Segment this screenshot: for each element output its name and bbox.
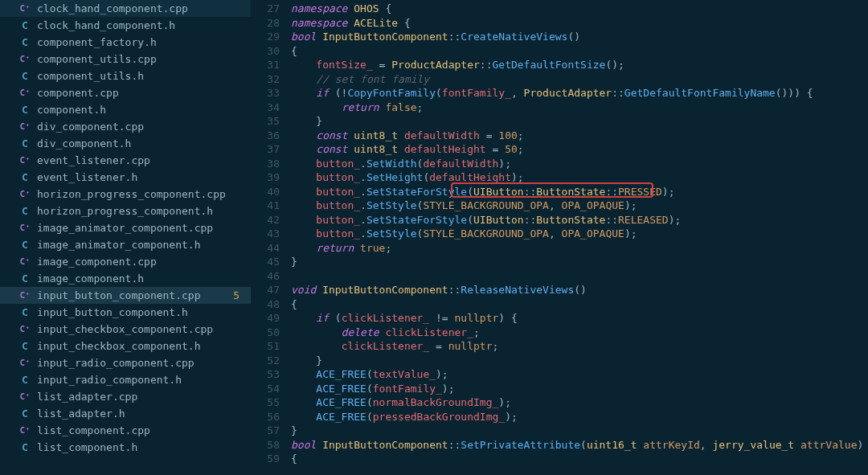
file-name-label: input_button_component.h [37,306,244,318]
code-line[interactable]: fontSize_ = ProductAdapter::GetDefaultFo… [291,58,868,72]
line-number: 35 [251,114,280,129]
code-line[interactable]: } [291,424,868,438]
c-file-icon: C [19,272,31,285]
code-line[interactable]: button_.SetHeight(defaultHeight); [291,170,868,185]
file-explorer[interactable]: C⁺clock_hand_component.cppCclock_hand_co… [0,0,251,475]
file-item[interactable]: Cdiv_component.h [0,135,251,152]
file-item[interactable]: C⁺input_button_component.cpp5 [0,287,251,304]
code-line[interactable]: button_.SetWidth(defaultWidth); [291,157,868,171]
file-item[interactable]: Ccomponent_utils.h [0,68,251,84]
code-content[interactable]: namespace OHOS {namespace ACELite {bool … [291,0,868,475]
file-item[interactable]: C⁺input_checkbox_component.cpp [0,321,251,338]
code-line[interactable]: { [291,452,868,466]
file-item[interactable]: Cclock_hand_component.h [0,17,251,34]
code-editor[interactable]: 2728293031323334353637383940414243444546… [251,0,868,475]
code-line[interactable]: { [291,44,868,59]
file-name-label: div_component.cpp [37,121,244,133]
c-file-icon: C [19,407,31,420]
line-number: 50 [251,326,280,340]
file-item[interactable]: C⁺event_listener.cpp [0,152,251,169]
file-name-label: component.h [37,104,244,116]
code-line[interactable]: ACE_FREE(fontFamily_); [291,382,868,396]
file-item[interactable]: C⁺clock_hand_component.cpp [0,0,251,17]
code-line[interactable]: namespace ACELite { [291,16,868,31]
file-item[interactable]: Chorizon_progress_component.h [0,203,251,219]
file-name-label: component_factory.h [37,36,244,48]
code-line[interactable]: button_.SetStyle(STYLE_BACKGROUND_OPA, O… [291,227,868,241]
code-line[interactable]: const uint8_t defaultWidth = 100; [291,129,868,143]
cpp-file-icon: C⁺ [19,54,31,64]
code-line[interactable]: ACE_FREE(normalBackGroundImg_); [291,395,868,410]
file-name-label: list_component.cpp [37,424,244,436]
code-line[interactable]: ACE_FREE(textValue_); [291,367,868,382]
file-name-label: input_checkbox_component.cpp [37,323,244,335]
line-number: 41 [251,199,280,213]
cpp-file-icon: C⁺ [19,256,31,267]
code-line[interactable]: button_.SetStyle(STYLE_BACKGROUND_OPA, O… [291,199,868,213]
file-change-badge: 5 [233,289,240,301]
file-item[interactable]: Cevent_listener.h [0,169,251,186]
code-line[interactable]: return true; [291,241,868,256]
file-item[interactable]: C⁺component_utils.cpp [0,51,251,68]
code-line[interactable]: } [291,354,868,368]
code-line[interactable]: } [291,255,868,269]
file-name-label: input_radio_component.cpp [37,357,244,369]
cpp-file-icon: C⁺ [19,425,31,436]
file-item[interactable]: C⁺horizon_progress_component.cpp [0,186,251,203]
code-line[interactable]: namespace OHOS { [291,2,868,16]
file-item[interactable]: Cinput_radio_component.h [0,371,251,388]
line-number: 28 [251,16,280,31]
c-file-icon: C [19,36,31,48]
file-name-label: image_animator_component.cpp [37,222,244,234]
c-file-icon: C [19,137,31,149]
code-line[interactable]: ACE_FREE(pressedBackGroundImg_); [291,410,868,424]
cpp-file-icon: C⁺ [19,223,31,233]
code-line[interactable] [291,269,868,284]
code-line[interactable]: } [291,114,868,129]
file-name-label: event_listener.h [37,171,244,183]
line-number: 51 [251,339,280,354]
file-item[interactable]: Ccomponent.h [0,101,251,118]
file-item[interactable]: Cimage_component.h [0,270,251,287]
file-item[interactable]: C⁺component.cpp [0,84,251,101]
cpp-file-icon: C⁺ [19,88,31,98]
file-item[interactable]: C⁺input_radio_component.cpp [0,354,251,371]
file-name-label: event_listener.cpp [37,154,244,166]
code-line[interactable]: clickListener_ = nullptr; [291,339,868,354]
code-line[interactable]: bool InputButtonComponent::SetPrivateAtt… [291,438,868,452]
file-name-label: input_checkbox_component.h [37,340,244,352]
code-line[interactable]: return false; [291,100,868,115]
line-number: 48 [251,297,280,312]
code-line[interactable]: button_.SetStateForStyle(UIButton::Butto… [291,213,868,227]
file-item[interactable]: C⁺image_animator_component.cpp [0,219,251,236]
line-number: 57 [251,424,280,438]
file-item[interactable]: C⁺div_component.cpp [0,118,251,135]
code-line[interactable]: const uint8_t defaultHeight = 50; [291,142,868,157]
line-number: 31 [251,58,280,72]
file-item[interactable]: Ccomponent_factory.h [0,34,251,51]
cpp-file-icon: C⁺ [19,121,31,132]
file-item[interactable]: Cimage_animator_component.h [0,236,251,253]
file-item[interactable]: Cinput_button_component.h [0,304,251,321]
file-name-label: list_component.h [37,441,244,453]
code-line[interactable]: // set font family [291,72,868,87]
file-item[interactable]: Clist_adapter.h [0,405,251,422]
file-item[interactable]: Cinput_checkbox_component.h [0,338,251,354]
c-file-icon: C [19,441,31,453]
code-line[interactable]: void InputButtonComponent::ReleaseNative… [291,283,868,297]
code-line[interactable]: bool InputButtonComponent::CreateNativeV… [291,30,868,44]
line-number: 34 [251,100,280,115]
file-item[interactable]: Clist_component.h [0,439,251,456]
code-line[interactable]: button_.SetStateForStyle(UIButton::Butto… [291,185,868,199]
line-number: 53 [251,367,280,382]
code-line[interactable]: { [291,297,868,312]
file-name-label: input_radio_component.h [37,374,244,386]
cpp-file-icon: C⁺ [19,189,31,199]
file-item[interactable]: C⁺image_component.cpp [0,253,251,270]
line-number: 37 [251,142,280,157]
file-item[interactable]: C⁺list_component.cpp [0,422,251,439]
code-line[interactable]: delete clickListener_; [291,326,868,340]
code-line[interactable]: if (!CopyFontFamily(fontFamily_, Product… [291,86,868,100]
file-item[interactable]: C⁺list_adapter.cpp [0,388,251,405]
code-line[interactable]: if (clickListener_ != nullptr) { [291,311,868,326]
